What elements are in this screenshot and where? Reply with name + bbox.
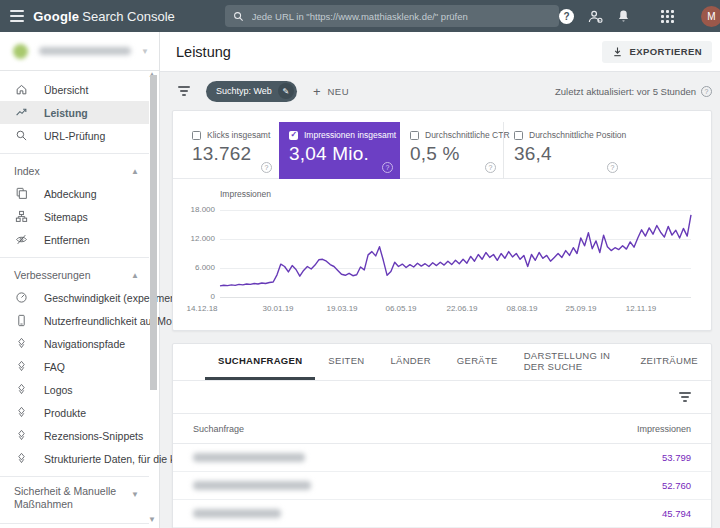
app-logo[interactable]: GoogleSearch Console — [33, 9, 174, 24]
removals-icon — [14, 233, 28, 247]
sidebar-item-navigationspfade[interactable]: Navigationspfade — [0, 332, 149, 355]
sidebar-item-url-pruefung[interactable]: URL-Prüfung — [0, 124, 149, 147]
scrollbar-down-arrow[interactable]: ▼ — [148, 515, 156, 524]
table-toolbar — [173, 381, 711, 414]
speed-icon — [14, 291, 28, 305]
query-text-redacted — [193, 481, 311, 490]
column-header-impressionen[interactable]: Impressionen — [637, 424, 691, 434]
checkbox-icon[interactable] — [410, 131, 419, 140]
url-inspect-icon — [14, 129, 28, 143]
metric-ctr[interactable]: Durchschnittliche CTR 0,5 % ? — [400, 122, 503, 179]
sidebar-scrollbar[interactable] — [150, 75, 157, 390]
sidebar-item-entfernen[interactable]: Entfernen — [0, 228, 149, 251]
property-name-redacted — [39, 47, 131, 55]
google-apps-grid-icon[interactable] — [661, 10, 674, 23]
filter-bar: Suchtyp: Web ✎ + NEU Zuletzt aktualisier… — [160, 72, 720, 110]
checkbox-icon[interactable] — [289, 131, 298, 140]
rich-result-icon — [14, 360, 28, 374]
tab-seiten[interactable]: SEITEN — [315, 344, 377, 380]
sidebar-item-faq[interactable]: FAQ — [0, 355, 149, 378]
checkbox-icon[interactable] — [514, 131, 523, 140]
section-sicherheit-manuelle-massnahmen[interactable]: Sicherheit & Manuelle Maßnahmen ▼ — [0, 483, 149, 517]
home-icon — [14, 83, 28, 97]
help-question-icon[interactable]: ? — [607, 162, 618, 173]
page-header: Leistung EXPORTIEREN — [160, 32, 720, 72]
page-title: Leistung — [176, 44, 231, 60]
help-question-icon[interactable]: ? — [485, 162, 496, 173]
property-selector[interactable]: ▼ — [0, 32, 159, 71]
table-row[interactable]: 52.760 — [173, 472, 711, 500]
table-filter-icon[interactable] — [679, 392, 691, 402]
account-settings-icon[interactable] — [587, 9, 604, 24]
property-status-icon — [13, 44, 28, 59]
search-input[interactable] — [252, 11, 551, 22]
sidebar-item-uebersicht[interactable]: Übersicht — [0, 78, 149, 101]
user-avatar[interactable]: M — [701, 6, 720, 27]
rich-result-icon — [14, 429, 28, 443]
top-app-bar: GoogleSearch Console ? M — [0, 0, 720, 32]
sidebar-item-sitemaps[interactable]: Sitemaps — [0, 205, 149, 228]
divider — [0, 153, 149, 154]
metric-tiles: Klicks insgesamt 13.762 ? Impressionen i… — [173, 111, 711, 179]
divider — [0, 257, 149, 258]
chart-data-line — [179, 187, 713, 325]
export-button[interactable]: EXPORTIEREN — [602, 41, 713, 63]
product-name: Search Console — [82, 9, 175, 24]
edit-pencil-icon[interactable]: ✎ — [278, 83, 294, 99]
help-icon[interactable]: ? — [559, 9, 574, 24]
sidebar: ▼ Übersicht Leistung URL-Prüfung Index ▲… — [0, 32, 160, 528]
metric-klicks[interactable]: Klicks insgesamt 13.762 ? — [182, 122, 279, 179]
plus-icon: + — [313, 85, 321, 98]
sitemap-icon — [14, 210, 28, 224]
rich-result-icon — [14, 337, 28, 351]
filter-icon[interactable] — [178, 86, 190, 96]
sidebar-item-strukturierte-daten[interactable]: Strukturierte Daten, für die k… — [0, 447, 149, 470]
coverage-icon — [14, 187, 28, 201]
performance-icon — [14, 106, 28, 120]
tab-zeitraeume[interactable]: ZEITRÄUME — [627, 344, 711, 380]
metric-position[interactable]: Durchschnittliche Position 36,4 ? — [503, 122, 625, 179]
sidebar-item-nutzerfreundlichkeit[interactable]: Nutzerfreundlichkeit auf Mo… — [0, 309, 149, 332]
help-question-icon[interactable]: ? — [382, 162, 393, 173]
brand-name: Google — [33, 9, 79, 24]
performance-chart-card: Klicks insgesamt 13.762 ? Impressionen i… — [172, 110, 712, 331]
table-header: Suchanfrage Impressionen — [173, 414, 711, 444]
hamburger-menu-icon[interactable] — [0, 10, 33, 22]
dimensions-table-card: SUCHANFRAGEN SEITEN LÄNDER GERÄTE DARSTE… — [172, 343, 712, 528]
impressions-line-chart[interactable]: Impressionen 18.000 12.000 6.000 0 14.12… — [179, 187, 713, 325]
table-row[interactable]: 53.799 — [173, 444, 711, 472]
section-verbesserungen[interactable]: Verbesserungen ▲ — [0, 264, 149, 286]
searchtype-filter-chip[interactable]: Suchtyp: Web ✎ — [206, 81, 297, 102]
divider — [0, 523, 149, 524]
help-question-icon[interactable]: ? — [261, 162, 272, 173]
checkbox-icon[interactable] — [192, 131, 201, 140]
tab-darstellung-in-der-suche[interactable]: DARSTELLUNG IN DER SUCHE — [511, 344, 628, 380]
rich-result-icon — [14, 383, 28, 397]
tab-geraete[interactable]: GERÄTE — [444, 344, 511, 380]
section-index[interactable]: Index ▲ — [0, 160, 149, 182]
sidebar-item-leistung[interactable]: Leistung — [0, 101, 149, 124]
download-icon — [612, 46, 623, 58]
sidebar-item-geschwindigkeit[interactable]: Geschwindigkeit (experimen… — [0, 286, 149, 309]
table-row[interactable]: 45.794 — [173, 500, 711, 528]
column-header-suchanfrage: Suchanfrage — [193, 424, 244, 434]
search-icon — [233, 11, 244, 22]
metric-impressionen[interactable]: Impressionen insgesamt 3,04 Mio. ? — [279, 122, 400, 179]
last-updated: Zuletzt aktualisiert: vor 5 Stunden ? — [555, 86, 712, 97]
rich-result-icon — [14, 406, 28, 420]
sidebar-item-produkte[interactable]: Produkte — [0, 401, 149, 424]
divider — [0, 476, 149, 477]
url-inspection-searchbox[interactable] — [225, 5, 559, 27]
tab-suchanfragen[interactable]: SUCHANFRAGEN — [205, 344, 315, 380]
sidebar-item-logos[interactable]: Logos — [0, 378, 149, 401]
dimension-tabs: SUCHANFRAGEN SEITEN LÄNDER GERÄTE DARSTE… — [173, 344, 711, 381]
new-filter-button[interactable]: + NEU — [313, 85, 349, 98]
chevron-down-icon: ▼ — [131, 488, 139, 501]
sidebar-item-abdeckung[interactable]: Abdeckung — [0, 182, 149, 205]
notifications-bell-icon[interactable] — [617, 9, 630, 23]
sidebar-item-rezensions-snippets[interactable]: Rezensions-Snippets — [0, 424, 149, 447]
help-question-icon[interactable]: ? — [701, 86, 712, 97]
query-text-redacted — [193, 509, 281, 518]
chevron-up-icon: ▲ — [131, 167, 139, 176]
tab-laender[interactable]: LÄNDER — [377, 344, 443, 380]
